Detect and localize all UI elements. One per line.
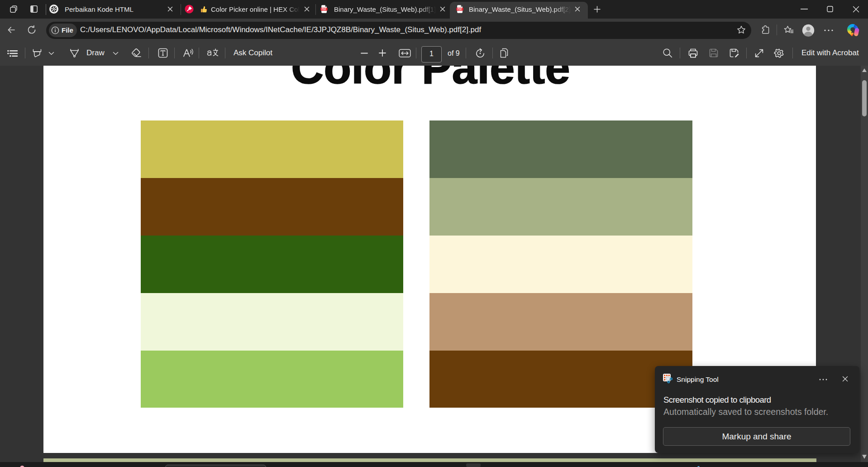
svg-text:PDF: PDF bbox=[322, 8, 326, 10]
svg-text:PDF: PDF bbox=[458, 8, 462, 10]
